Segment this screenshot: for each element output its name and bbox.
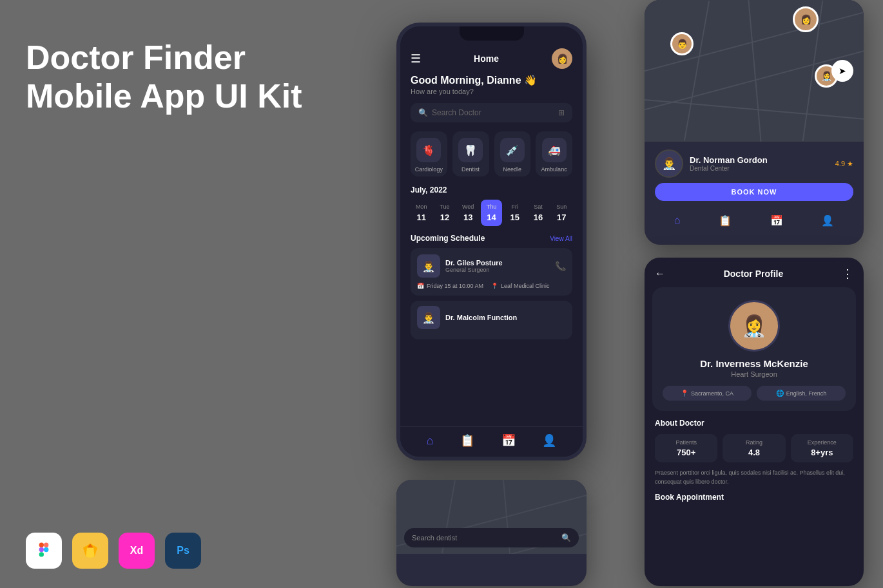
svg-point-4	[44, 547, 48, 552]
user-avatar[interactable]: 👩	[552, 48, 572, 69]
category-ambulance[interactable]: 🚑 Ambulanc	[536, 131, 572, 176]
day-num-14: 14	[487, 213, 496, 222]
day-sun[interactable]: Sun 17	[551, 200, 572, 226]
greeting-text: Good Morning, Dianne 👋	[411, 74, 572, 86]
language-tag-icon: 🌐	[776, 390, 784, 397]
day-num-11: 11	[416, 213, 425, 222]
main-title: Doctor Finder Mobile App UI Kit	[26, 39, 335, 116]
search-bar[interactable]: 🔍 Search Doctor ⊞	[411, 103, 572, 122]
schedule-title: Upcoming Schedule	[411, 234, 485, 243]
day-sat[interactable]: Sat 16	[527, 200, 548, 226]
schedule-card-1: 👨‍⚕️ Dr. Giles Posture General Surgeon 📞…	[411, 248, 572, 296]
map-street-v2	[748, 0, 761, 141]
day-num-15: 15	[510, 213, 519, 222]
xd-icon[interactable]: Xd	[119, 533, 155, 569]
doctor-name-1: Dr. Giles Posture	[445, 259, 503, 267]
call-icon-1[interactable]: 📞	[555, 261, 566, 271]
category-cardiology[interactable]: 🫀 Cardiology	[411, 131, 447, 176]
profile-doctor-avatar: 👩‍⚕️	[728, 300, 780, 352]
profile-doctor-specialty: Heart Surgeon	[731, 370, 777, 378]
doctor-specialty-1: General Surgeon	[445, 267, 503, 273]
map-doc-specialty: Dental Center	[690, 165, 829, 172]
doctor-row-2: 👨‍⚕️ Dr. Malcolm Function	[417, 306, 566, 329]
phone-notch	[460, 26, 524, 41]
map-navigation-btn[interactable]: ➤	[831, 60, 853, 82]
map-nav-calendar[interactable]: 📅	[770, 214, 783, 227]
book-now-button[interactable]: BOOK NOW	[655, 183, 853, 201]
svg-rect-1	[44, 542, 48, 547]
figma-icon[interactable]	[26, 533, 62, 569]
filter-icon[interactable]: ⊞	[558, 108, 565, 117]
needle-icon-box: 💉	[500, 138, 525, 162]
doctor-info-2: 👨‍⚕️ Dr. Malcolm Function	[417, 306, 517, 329]
stat-rating: Rating 4.8	[723, 434, 785, 462]
map-street-v1	[684, 1, 710, 140]
map-background: 👩 👨 👩‍⚕️ ➤	[645, 0, 864, 142]
day-name-wed: Wed	[462, 204, 474, 210]
phone-screen-title: Home	[474, 53, 499, 64]
doctor-text-2: Dr. Malcolm Function	[445, 314, 517, 321]
category-label-ambulance: Ambulanc	[541, 166, 567, 173]
about-title: About Doctor	[655, 419, 853, 428]
stat-experience-value: 8+yrs	[796, 448, 848, 457]
day-fri[interactable]: Fri 15	[504, 200, 525, 226]
bottom-search-icon: 🔍	[561, 533, 571, 542]
profile-language-tag: 🌐 English, French	[757, 386, 846, 401]
day-num-13: 13	[463, 213, 472, 222]
nav-calendar-icon[interactable]: 📅	[501, 433, 516, 448]
map-screen: 👩 👨 👩‍⚕️ ➤ 👨‍⚕️ Dr. Norman Gordon Dental…	[645, 0, 864, 245]
schedule-header: Upcoming Schedule View All	[411, 234, 572, 243]
view-all-link[interactable]: View All	[550, 235, 572, 242]
bottom-map-search-bar[interactable]: Search dentist 🔍	[404, 528, 579, 547]
book-appointment-title: Book Appointment	[655, 493, 853, 502]
location-detail-icon: 📍	[491, 283, 498, 289]
day-name-sun: Sun	[556, 204, 567, 210]
hamburger-icon[interactable]: ☰	[411, 52, 421, 66]
cardiology-icon-box: 🫀	[416, 138, 441, 162]
category-needle[interactable]: 💉 Needle	[494, 131, 531, 176]
back-arrow-icon[interactable]: ←	[655, 268, 665, 280]
detail-clinic-1: 📍 Leaf Medical Clinic	[491, 283, 550, 289]
map-nav-profile[interactable]: 👤	[821, 214, 834, 227]
search-placeholder-text: Search Doctor	[432, 108, 481, 117]
search-left: 🔍 Search Doctor	[418, 108, 481, 117]
map-rating: 4.9 ★	[835, 160, 853, 168]
calendar-days: Mon 11 Tue 12 Wed 13 Thu 14 Fri 15	[411, 200, 572, 226]
nav-profile-icon[interactable]: 👤	[542, 433, 556, 448]
map-avatar-1: 👩	[793, 6, 819, 32]
map-nav-home[interactable]: ⌂	[674, 214, 681, 227]
calendar-section: July, 2022 Mon 11 Tue 12 Wed 13 Thu 14	[411, 185, 572, 226]
map-bottom-nav: ⌂ 📋 📅 👤	[645, 209, 864, 231]
bottom-map-background: Search dentist 🔍	[396, 480, 587, 554]
schedule-details-1: 📅 Friday 15 at 10:00 AM 📍 Leaf Medical C…	[417, 283, 566, 289]
nav-home-icon[interactable]: ⌂	[427, 434, 434, 448]
bottom-nav-phone1: ⌂ 📋 📅 👤	[400, 426, 583, 457]
map-doctor-row: 👨‍⚕️ Dr. Norman Gordon Dental Center 4.9…	[655, 149, 853, 178]
day-tue[interactable]: Tue 12	[434, 200, 455, 226]
profile-tags: 📍 Sacramento, CA 🌐 English, French	[663, 386, 846, 401]
category-label-cardiology: Cardiology	[415, 166, 443, 173]
profile-location-tag: 📍 Sacramento, CA	[663, 386, 752, 401]
nav-clipboard-icon[interactable]: 📋	[460, 433, 474, 448]
stat-rating-label: Rating	[728, 439, 780, 446]
category-dentist[interactable]: 🦷 Dentist	[452, 131, 489, 176]
doctor-name-2: Dr. Malcolm Function	[445, 314, 517, 321]
about-description-text: Praesent porttitor orci ligula, quis sod…	[655, 469, 853, 486]
stat-rating-value: 4.8	[728, 448, 780, 457]
location-tag-text: Sacramento, CA	[691, 390, 733, 397]
svg-rect-2	[39, 547, 44, 552]
more-options-icon[interactable]: ⋮	[842, 267, 853, 281]
detail-date-text-1: Friday 15 at 10:00 AM	[427, 283, 483, 289]
sketch-icon[interactable]	[72, 533, 108, 569]
map-doc-info: Dr. Norman Gordon Dental Center	[690, 155, 829, 172]
ps-icon[interactable]: Ps	[165, 533, 201, 569]
day-wed[interactable]: Wed 13	[458, 200, 479, 226]
day-mon[interactable]: Mon 11	[411, 200, 432, 226]
categories-row: 🫀 Cardiology 🦷 Dentist 💉 Needle 🚑 Ambula…	[411, 131, 572, 176]
profile-doctor-name: Dr. Inverness McKenzie	[700, 358, 808, 369]
category-label-dentist: Dentist	[461, 166, 480, 173]
map-nav-clipboard[interactable]: 📋	[719, 214, 732, 227]
doctor-info-1: 👨‍⚕️ Dr. Giles Posture General Surgeon	[417, 254, 503, 278]
day-thu-active[interactable]: Thu 14	[481, 200, 502, 226]
search-icon: 🔍	[418, 108, 428, 117]
